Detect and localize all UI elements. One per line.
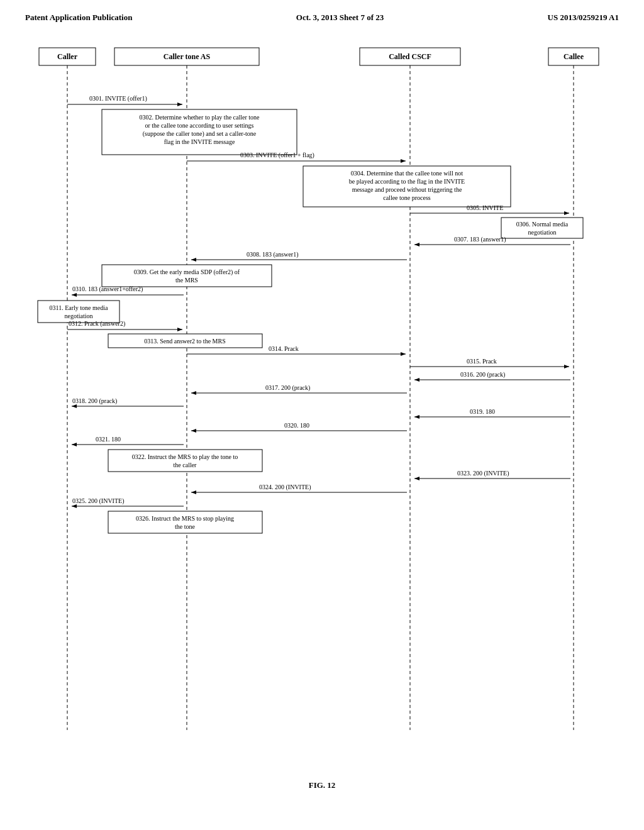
svg-text:the caller: the caller — [174, 462, 197, 468]
svg-rect-42 — [38, 301, 119, 323]
svg-text:0323. 200 (INVITE): 0323. 200 (INVITE) — [457, 470, 509, 477]
svg-rect-47 — [108, 334, 262, 348]
svg-text:0316. 200 (prack): 0316. 200 (prack) — [460, 371, 505, 379]
svg-text:0312. Prack (answer2): 0312. Prack (answer2) — [69, 320, 125, 328]
svg-text:(suppose the caller tone) and : (suppose the caller tone) and set a call… — [143, 130, 257, 138]
svg-text:message and proceed without tr: message and proceed without triggering t… — [352, 186, 462, 193]
svg-rect-23 — [303, 166, 511, 207]
svg-text:0309. Get the early media SDP : 0309. Get the early media SDP (offer2) o… — [134, 268, 240, 276]
header-left: Patent Application Publication — [25, 13, 132, 23]
svg-rect-16 — [102, 109, 297, 155]
diagram-area: Caller Caller tone AS Called CSCF Callee… — [26, 45, 618, 774]
svg-text:0314. Prack: 0314. Prack — [269, 345, 299, 352]
svg-text:0317. 200 (prack): 0317. 200 (prack) — [265, 384, 310, 392]
svg-text:0313. Send answer2 to the MRS: 0313. Send answer2 to the MRS — [144, 338, 225, 345]
svg-text:0303. INVITE (offer1 + flag): 0303. INVITE (offer1 + flag) — [240, 152, 314, 159]
svg-rect-2 — [39, 48, 96, 65]
svg-text:0321. 180: 0321. 180 — [96, 436, 121, 443]
svg-text:0304. Determine that the calle: 0304. Determine that the callee tone wil… — [351, 170, 463, 177]
svg-text:Caller tone AS: Caller tone AS — [164, 52, 211, 61]
svg-text:flag in the INVITE message: flag in the INVITE message — [164, 138, 235, 145]
svg-text:0307. 183 (answer1): 0307. 183 (answer1) — [454, 236, 506, 243]
svg-text:0305. INVITE: 0305. INVITE — [467, 204, 503, 211]
svg-text:Caller: Caller — [57, 52, 78, 61]
svg-text:Callee: Callee — [564, 52, 584, 61]
svg-text:0324. 200 (INVITE): 0324. 200 (INVITE) — [259, 484, 311, 491]
svg-text:Called CSCF: Called CSCF — [389, 52, 431, 61]
svg-text:0308. 183 (answer1): 0308. 183 (answer1) — [247, 251, 298, 258]
page-header: Patent Application Publication Oct. 3, 2… — [25, 13, 619, 26]
svg-rect-74 — [108, 511, 262, 533]
svg-text:0322. Instruct the MRS to play: 0322. Instruct the MRS to play the tone … — [132, 453, 238, 460]
svg-rect-6 — [360, 48, 460, 65]
svg-rect-30 — [501, 218, 583, 238]
svg-text:the MRS: the MRS — [175, 277, 198, 284]
svg-text:0301. INVITE (offer1): 0301. INVITE (offer1) — [89, 95, 147, 102]
svg-text:or the callee tone according t: or the callee tone according to user set… — [145, 122, 254, 129]
fig-label: FIG. 12 — [25, 780, 619, 790]
header-right: US 2013/0259219 A1 — [548, 13, 619, 23]
svg-rect-4 — [114, 48, 259, 65]
page: Patent Application Publication Oct. 3, 2… — [0, 0, 644, 830]
svg-text:0315. Prack: 0315. Prack — [467, 358, 497, 365]
svg-rect-65 — [108, 450, 262, 472]
svg-text:the tone: the tone — [175, 523, 195, 530]
svg-text:callee tone process: callee tone process — [383, 194, 431, 201]
svg-text:0302. Determine whether to pla: 0302. Determine whether to play the call… — [139, 114, 260, 121]
svg-text:0318. 200 (prack): 0318. 200 (prack) — [72, 397, 117, 405]
header-center: Oct. 3, 2013 Sheet 7 of 23 — [296, 13, 384, 23]
svg-text:negotiation: negotiation — [528, 229, 557, 236]
svg-text:0310. 183 (answer1+offer2): 0310. 183 (answer1+offer2) — [72, 285, 143, 293]
svg-text:negotiation: negotiation — [65, 313, 93, 319]
svg-rect-8 — [548, 48, 599, 65]
svg-text:0326. Instruct the MRS to stop: 0326. Instruct the MRS to stop playing — [136, 515, 234, 522]
svg-text:0319. 180: 0319. 180 — [470, 408, 495, 415]
svg-text:be played according to the fla: be played according to the flag in the I… — [349, 178, 465, 185]
svg-text:0311. Early tone media: 0311. Early tone media — [50, 304, 108, 311]
svg-text:0325. 200 (INVITE): 0325. 200 (INVITE) — [72, 497, 124, 505]
diagram-svg: Caller Caller tone AS Called CSCF Callee… — [26, 45, 618, 774]
svg-rect-37 — [102, 265, 272, 287]
svg-text:0320. 180: 0320. 180 — [284, 422, 309, 429]
svg-text:0306. Normal media: 0306. Normal media — [516, 221, 569, 228]
